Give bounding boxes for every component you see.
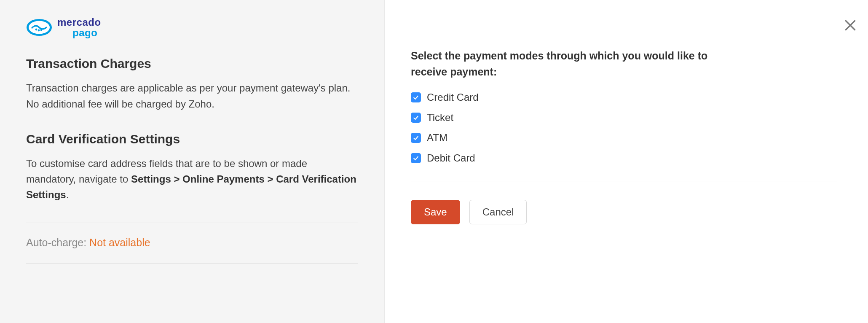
payment-mode-label: Debit Card xyxy=(427,152,475,164)
check-icon xyxy=(413,94,419,101)
payment-mode-label: ATM xyxy=(427,132,447,144)
handshake-icon xyxy=(26,19,52,36)
svg-point-3 xyxy=(38,30,40,32)
check-icon xyxy=(413,135,419,141)
card-text-suffix: . xyxy=(66,189,69,200)
payment-mode-option[interactable]: ATM xyxy=(411,132,837,144)
info-panel: mercado pago Transaction Charges Transac… xyxy=(0,0,385,323)
payment-mode-option[interactable]: Debit Card xyxy=(411,152,837,164)
logo-line-2: pago xyxy=(57,27,101,38)
payment-mode-option[interactable]: Ticket xyxy=(411,112,837,124)
save-button[interactable]: Save xyxy=(411,200,460,224)
form-divider xyxy=(411,181,837,181)
close-icon xyxy=(844,19,857,32)
card-verification-text: To customise card address fields that ar… xyxy=(26,156,358,203)
checkbox[interactable] xyxy=(411,133,421,143)
mercado-pago-logo: mercado pago xyxy=(26,17,358,38)
check-icon xyxy=(413,114,419,121)
payment-mode-label: Credit Card xyxy=(427,92,479,103)
payment-mode-label: Ticket xyxy=(427,112,453,124)
dialog-container: mercado pago Transaction Charges Transac… xyxy=(0,0,868,323)
svg-point-4 xyxy=(40,29,43,31)
form-actions: Save Cancel xyxy=(411,200,837,224)
form-panel: Select the payment modes through which y… xyxy=(385,0,868,323)
payment-mode-option[interactable]: Credit Card xyxy=(411,92,837,103)
divider xyxy=(26,223,358,223)
svg-point-2 xyxy=(35,29,38,31)
logo-line-1: mercado xyxy=(57,17,101,27)
auto-charge-label: Auto-charge: xyxy=(26,237,89,248)
checkbox[interactable] xyxy=(411,92,421,102)
checkbox[interactable] xyxy=(411,153,421,163)
auto-charge-row: Auto-charge: Not available xyxy=(26,237,358,264)
transaction-charges-text: Transaction charges are applicable as pe… xyxy=(26,80,358,111)
cancel-button[interactable]: Cancel xyxy=(469,200,527,224)
close-button[interactable] xyxy=(844,19,857,32)
transaction-charges-title: Transaction Charges xyxy=(26,57,358,71)
logo-text: mercado pago xyxy=(57,17,101,38)
check-icon xyxy=(413,155,419,162)
card-verification-title: Card Verification Settings xyxy=(26,132,358,146)
payment-modes-list: Credit CardTicketATMDebit Card xyxy=(411,92,837,164)
payment-modes-heading: Select the payment modes through which y… xyxy=(411,48,714,80)
auto-charge-value: Not available xyxy=(89,237,150,248)
checkbox[interactable] xyxy=(411,113,421,123)
